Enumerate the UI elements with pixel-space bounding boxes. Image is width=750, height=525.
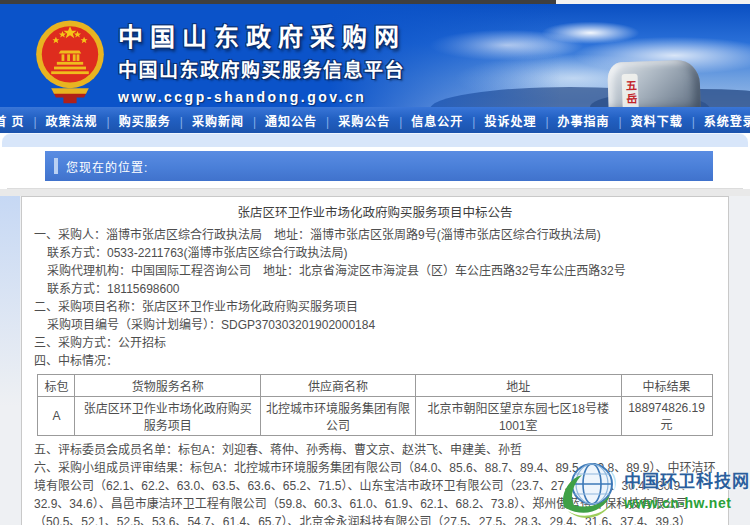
breadcrumb-label: 您现在的位置: (66, 158, 148, 175)
site-subtitle: 中国山东政府购买服务信息平台 (118, 55, 406, 82)
award-table-header-cell: 供应商名称 (260, 375, 415, 397)
award-table-row: A张店区环卫作业市场化政府购买服务项目北控城市环境服务集团有限公司北京市朝阳区望… (38, 397, 712, 436)
main-nav-list: 首 页政策法规购买服务采购新闻通知公告采购公告信息公开投诉处理办事指南资料下载系… (0, 112, 750, 129)
announcement-line: 一、采购人：淄博市张店区综合行政执法局 地址：淄博市张店区张周路9号(淄博市张店… (34, 226, 716, 244)
award-table-cell: 张店区环卫作业市场化政府购买服务项目 (75, 397, 260, 436)
watermark-text: 中国环卫科技网 www.cn-hw.net (624, 467, 750, 511)
main-nav: 首 页政策法规购买服务采购新闻通知公告采购公告信息公开投诉处理办事指南资料下载系… (0, 107, 750, 133)
nav-item[interactable]: 信息公开 (390, 112, 463, 129)
announcement-line: 四、中标情况： (34, 352, 716, 370)
award-table-header-row: 标包货物服务名称供应商名称地址中标结果 (38, 375, 712, 397)
watermark-title: 中国环卫科技网 (624, 467, 750, 492)
nav-item[interactable]: 首 页 (0, 112, 24, 129)
nav-item[interactable]: 资料下载 (610, 112, 683, 129)
nav-item[interactable]: 办事指南 (536, 112, 609, 129)
section-gap (0, 189, 750, 196)
site-url: www.ccgp-shandong.gov.cn (118, 89, 406, 105)
site-header: 五岳 (0, 4, 750, 107)
nav-item[interactable]: 采购新闻 (171, 112, 244, 129)
award-table-cell: 188974826.19元 (621, 397, 712, 436)
award-table-header-cell: 地址 (415, 375, 621, 397)
watermark-url: www.cn-hw.net (624, 495, 731, 511)
announcement-line: 采购代理机构：中国国际工程咨询公司 地址：北京省海淀区市海淀县（区）车公庄西路3… (34, 262, 716, 280)
award-table-header-cell: 标包 (38, 375, 75, 397)
breadcrumb-accent-bar (54, 158, 58, 174)
announcement-lines-before: 一、采购人：淄博市张店区综合行政执法局 地址：淄博市张店区张周路9号(淄博市张店… (34, 226, 716, 370)
site-title: 中国山东政府采购网 (118, 17, 406, 53)
award-table-cell: 北京市朝阳区望京东园七区18号楼1001室 (415, 397, 621, 436)
announcement-line: 联系方式：0533-2211763(淄博市张店区综合行政执法局) (34, 244, 716, 262)
cn-hw-watermark: 中国环卫科技网 www.cn-hw.net (558, 457, 750, 521)
nav-item[interactable]: 采购公告 (317, 112, 390, 129)
announcement-title: 张店区环卫作业市场化政府购买服务项目中标公告 (34, 203, 716, 223)
announcement-line: 采购项目编号（采购计划编号）：SDGP370303201902000184 (34, 316, 716, 334)
header-titles: 中国山东政府采购网 中国山东政府购买服务信息平台 www.ccgp-shando… (118, 17, 406, 105)
nav-item[interactable]: 投诉处理 (463, 112, 536, 129)
award-table-cell: A (38, 397, 75, 436)
nav-item[interactable]: 系统登录 (683, 112, 750, 129)
award-table-header-cell: 货物服务名称 (75, 375, 260, 397)
nav-item[interactable]: 通知公告 (244, 112, 317, 129)
award-table-cell: 北控城市环境服务集团有限公司 (260, 397, 415, 436)
announcement-line: 联系方式：18115698600 (34, 280, 716, 298)
nav-item[interactable]: 政策法规 (24, 112, 97, 129)
panel-rounded-edge (2, 133, 748, 147)
nav-item[interactable]: 购买服务 (98, 112, 171, 129)
breadcrumb-bar: 您现在的位置: (45, 151, 713, 181)
breadcrumb-wrap: 您现在的位置: (7, 147, 743, 189)
page: 五岳 (0, 0, 750, 525)
award-table: 标包货物服务名称供应商名称地址中标结果 A张店区环卫作业市场化政府购买服务项目北… (37, 374, 712, 436)
announcement-line: 二、采购项目名称：张店区环卫作业市场化政府购买服务项目 (34, 298, 716, 316)
announcement-line: 三、采购方式：公开招标 (34, 334, 716, 352)
award-table-header-cell: 中标结果 (621, 375, 712, 397)
national-emblem-icon (32, 13, 108, 107)
globe-leaf-logo-icon (558, 457, 622, 521)
